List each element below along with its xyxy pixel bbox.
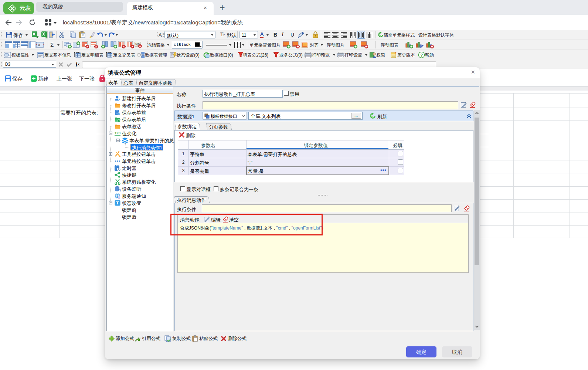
svg-text:123: 123 — [115, 131, 120, 135]
svg-text:?: ? — [421, 53, 423, 57]
svg-text:A: A — [159, 32, 162, 38]
svg-text:a: a — [38, 43, 40, 47]
